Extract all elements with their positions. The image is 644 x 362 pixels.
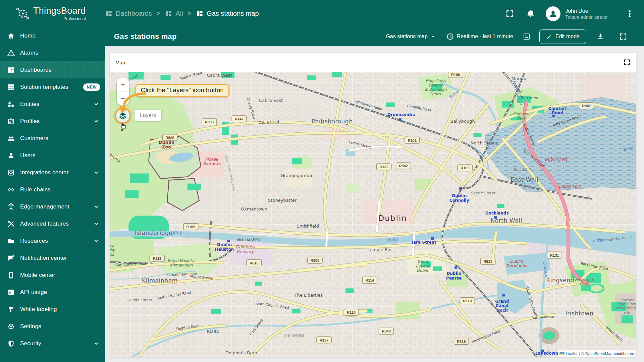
osm-link[interactable]: OpenStreetMap <box>585 352 612 356</box>
map-label: Ballybough <box>450 119 475 124</box>
map-label: DublinHeuston <box>215 242 234 252</box>
shield-icon <box>7 340 15 348</box>
layers-button-label: Layers <box>135 110 161 121</box>
sidebar-item-mobile-center[interactable]: Mobile center <box>0 266 105 284</box>
svg-text:R132: R132 <box>379 165 388 169</box>
svg-text:R813: R813 <box>483 259 492 263</box>
chevron-down-icon <box>93 203 100 210</box>
sidebar-item-advanced-features[interactable]: Advanced features <box>0 215 105 232</box>
layers-button[interactable] <box>115 108 130 123</box>
fullscreen-icon[interactable] <box>619 33 627 41</box>
sidebar-item-integrations-center[interactable]: Integrations center <box>0 164 105 181</box>
sidebar-item-users[interactable]: Users <box>0 147 105 164</box>
user-icon <box>7 152 15 160</box>
sidebar-item-alarms[interactable]: Alarms <box>0 44 105 61</box>
road-badge: R111 <box>150 255 164 261</box>
map-label: Smithfield <box>297 224 319 229</box>
sidebar-item-resources[interactable]: Resources <box>0 232 105 249</box>
sidebar-item-rule-chains[interactable]: Rule chains <box>0 181 105 198</box>
map-label: Sheriff Street <box>471 191 496 195</box>
ukraine-flag-icon <box>560 352 565 355</box>
edit-mode-button[interactable]: Edit mode <box>539 29 586 44</box>
pencil-icon <box>546 34 552 40</box>
wlabel-icon <box>7 305 15 313</box>
map-label: DublinPearse <box>446 271 462 281</box>
map-label: Ringsend <box>546 277 574 284</box>
widget-fullscreen-icon[interactable] <box>623 59 631 66</box>
home-icon <box>7 32 15 40</box>
screenshot-icon[interactable] <box>523 33 531 41</box>
new-badge: NEW <box>83 83 101 91</box>
map-label: Fairview <box>521 95 539 100</box>
integr-icon <box>7 169 15 177</box>
map-label: Victoria Quay <box>237 237 261 242</box>
zoom-in-button[interactable]: + <box>117 77 129 92</box>
person-icon <box>548 9 558 19</box>
dashboard-state-selector[interactable]: Gas stations map <box>386 34 436 40</box>
map-label: Kilmainham <box>142 277 178 284</box>
road-badge: R840 <box>379 328 394 334</box>
sidebar-item-home[interactable]: Home <box>0 27 105 44</box>
mobile-icon <box>7 271 15 279</box>
edit-mode-label: Edit mode <box>555 34 580 40</box>
map-label: Royal HospitalKilmainham <box>168 258 196 267</box>
breadcrumb: Dashboards>All>Gas stations map <box>105 10 259 17</box>
road-badge: R802 <box>396 163 411 169</box>
download-icon[interactable] <box>596 33 604 41</box>
dashboards-icon <box>196 10 204 17</box>
map-widget-card: Map <box>110 53 636 357</box>
app-logo[interactable]: ThingsBoard Professional <box>15 6 105 21</box>
breadcrumb-item-gas-stations-map[interactable]: Gas stations map <box>196 10 259 17</box>
road-badge: R807 <box>579 103 594 109</box>
svg-text:R110: R110 <box>347 310 356 314</box>
map-label: Dolphin's Barn <box>225 350 257 355</box>
sidebar-item-profiles[interactable]: Profiles <box>0 113 105 130</box>
fullscreen-icon[interactable] <box>505 9 514 18</box>
road-badge: R132 <box>377 164 391 170</box>
map-container[interactable]: R805R147R806R108R101R132R802R105R807R109… <box>110 72 636 357</box>
sidebar-item-notification-center[interactable]: Notification center <box>0 249 105 266</box>
road-badge: R108 <box>448 72 463 78</box>
notif-icon <box>7 254 15 262</box>
sidebar-item-dashboards[interactable]: Dashboards <box>0 61 105 78</box>
zoom-out-button[interactable]: − <box>117 92 129 106</box>
state-selector-value: Gas stations map <box>386 34 428 40</box>
user-menu[interactable]: John Doe Tenant administrator <box>565 8 608 20</box>
svg-text:R101: R101 <box>408 138 417 142</box>
timewindow-button[interactable]: Realtime - last 1 minute <box>446 33 513 41</box>
sidebar-item-customers[interactable]: Customers <box>0 130 105 147</box>
widget-title: Map <box>115 60 125 65</box>
widget-header: Map <box>110 53 636 72</box>
road-badge: R118 <box>460 298 475 304</box>
map-label: DublinConnolly <box>449 193 469 203</box>
road-badge: R137 <box>317 337 331 343</box>
breadcrumb-item-dashboards[interactable]: Dashboards <box>105 10 152 17</box>
sidebar-item-entities[interactable]: Entities <box>0 96 105 113</box>
sidebar-item-settings[interactable]: Settings <box>0 318 105 335</box>
more-vert-icon[interactable] <box>625 9 634 18</box>
app-name: ThingsBoard <box>33 6 86 15</box>
sidebar-item-white-labeling[interactable]: White labeling <box>0 301 105 318</box>
svg-text:R806: R806 <box>165 136 174 140</box>
sidebar-item-edge-management[interactable]: Edge management <box>0 198 105 215</box>
map-label: Cabra East <box>259 98 283 103</box>
map-label: Dublin Port <box>558 184 581 189</box>
chevron-down-icon <box>430 34 436 40</box>
road-badge: R114 <box>362 277 377 283</box>
map-label: Liffey <box>170 230 182 236</box>
svg-text:R111: R111 <box>153 256 161 260</box>
avatar[interactable] <box>546 6 560 21</box>
map-label: Grangegorman <box>281 173 314 178</box>
map-label: East Wall <box>514 168 531 172</box>
svg-text:R109: R109 <box>186 225 195 229</box>
sidebar-item-api-usage[interactable]: API usage <box>0 284 105 301</box>
svg-text:R802: R802 <box>399 164 408 168</box>
leaflet-link[interactable]: Leaflet <box>566 352 578 356</box>
edge-icon <box>7 203 15 211</box>
bell-icon[interactable] <box>526 9 535 18</box>
road-badge: R101 <box>405 137 420 143</box>
sidebar-item-solution-templates[interactable]: Solution templatesNEW <box>0 78 105 96</box>
map[interactable]: R805R147R806R108R101R132R802R105R807R109… <box>110 72 636 357</box>
breadcrumb-item-all[interactable]: All <box>165 10 183 17</box>
sidebar-item-security[interactable]: Security <box>0 335 105 352</box>
